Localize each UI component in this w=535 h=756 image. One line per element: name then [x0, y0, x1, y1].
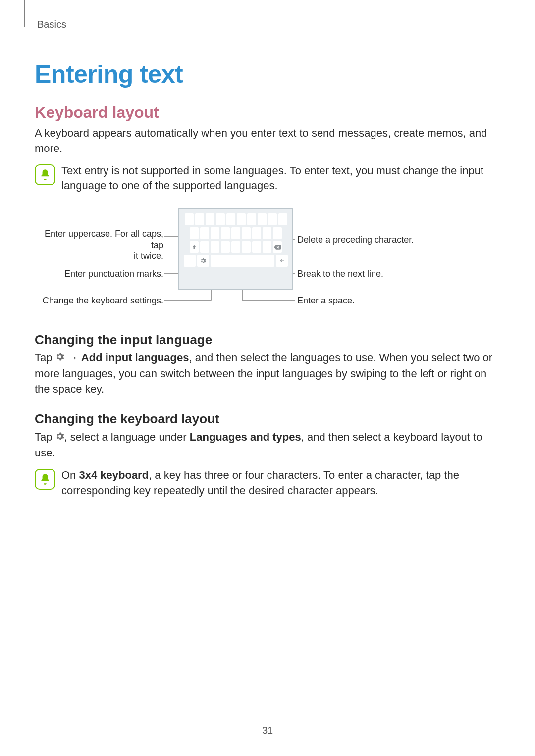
- shift-icon: [191, 244, 197, 250]
- keyboard-row-4: [184, 255, 288, 267]
- callout-settings: Change the keyboard settings.: [35, 295, 163, 306]
- key: [263, 241, 271, 253]
- section-keyboard-layout2-heading: Changing the keyboard layout: [35, 411, 500, 427]
- key: [278, 213, 287, 225]
- key: [242, 227, 251, 239]
- key: [258, 213, 267, 225]
- callout-shift-line2: it twice.: [134, 251, 163, 261]
- bold-text: Languages and types: [190, 431, 301, 443]
- space-key: [211, 255, 274, 267]
- section-keyboard-layout-heading: Keyboard layout: [35, 103, 500, 122]
- bold-text: 3x4 keyboard: [79, 469, 149, 481]
- key: [195, 213, 204, 225]
- gear-icon: [55, 430, 64, 445]
- breadcrumb: Basics: [37, 19, 500, 30]
- text: Tap: [35, 352, 55, 364]
- bold-text: Add input languages: [81, 352, 189, 364]
- section-keyboard-layout-intro: A keyboard appears automatically when yo…: [35, 126, 500, 156]
- keyboard-diagram: Enter uppercase. For all caps, tap it tw…: [35, 208, 500, 317]
- page-title: Entering text: [35, 60, 500, 89]
- keyboard-row-1: [184, 213, 288, 225]
- return-key: [276, 255, 288, 267]
- key: [211, 227, 219, 239]
- note-3x4-keyboard-text: On 3x4 keyboard, a key has three or four…: [61, 468, 500, 499]
- key: [221, 227, 230, 239]
- callout-punctuation: Enter punctuation marks.: [35, 268, 163, 280]
- key: [252, 241, 261, 253]
- arrow-text: →: [67, 352, 81, 364]
- callout-newline: Break to the next line.: [297, 268, 446, 280]
- key: [231, 241, 240, 253]
- key: [247, 213, 256, 225]
- key: [200, 241, 209, 253]
- key: [242, 241, 251, 253]
- keyboard-row-2: [184, 227, 288, 239]
- settings-key: [197, 255, 209, 267]
- key: [231, 227, 240, 239]
- note-language-support-text: Text entry is not supported in some lang…: [61, 163, 500, 194]
- keyboard-row-3: [184, 241, 288, 253]
- callout-space: Enter a space.: [297, 295, 446, 306]
- key: [211, 241, 219, 253]
- key: [206, 213, 214, 225]
- key: [263, 227, 271, 239]
- symbols-key: [184, 255, 196, 267]
- note-3x4-keyboard: On 3x4 keyboard, a key has three or four…: [35, 468, 500, 499]
- key: [252, 227, 261, 239]
- note-bell-icon: [35, 469, 55, 490]
- gear-icon: [55, 351, 64, 366]
- page: Basics Entering text Keyboard layout A k…: [0, 0, 535, 756]
- backspace-icon: [274, 244, 281, 250]
- key: [185, 213, 194, 225]
- section-input-language-heading: Changing the input language: [35, 332, 500, 348]
- key: [221, 241, 230, 253]
- callout-delete: Delete a preceding character.: [297, 234, 446, 246]
- key: [273, 227, 282, 239]
- delete-key: [273, 241, 282, 253]
- header-separator: [24, 0, 25, 27]
- keyboard-illustration: [178, 208, 293, 290]
- return-icon: [279, 258, 285, 264]
- page-number: 31: [0, 725, 535, 736]
- key: [200, 227, 209, 239]
- callout-shift-line1: Enter uppercase. For all caps, tap: [45, 229, 163, 250]
- section-keyboard-layout2-para: Tap , select a language under Languages …: [35, 430, 500, 460]
- section-input-language-para: Tap → Add input languages, and then sele…: [35, 351, 500, 397]
- note-bell-icon: [35, 164, 55, 185]
- note-language-support: Text entry is not supported in some lang…: [35, 163, 500, 194]
- text: Tap: [35, 431, 55, 443]
- key: [226, 213, 235, 225]
- key: [190, 227, 199, 239]
- key: [237, 213, 246, 225]
- gear-icon: [200, 258, 206, 264]
- callout-shift: Enter uppercase. For all caps, tap it tw…: [35, 228, 163, 262]
- text: On: [61, 469, 79, 481]
- key: [216, 213, 225, 225]
- shift-key: [190, 241, 199, 253]
- text: , select a language under: [64, 431, 190, 443]
- key: [268, 213, 277, 225]
